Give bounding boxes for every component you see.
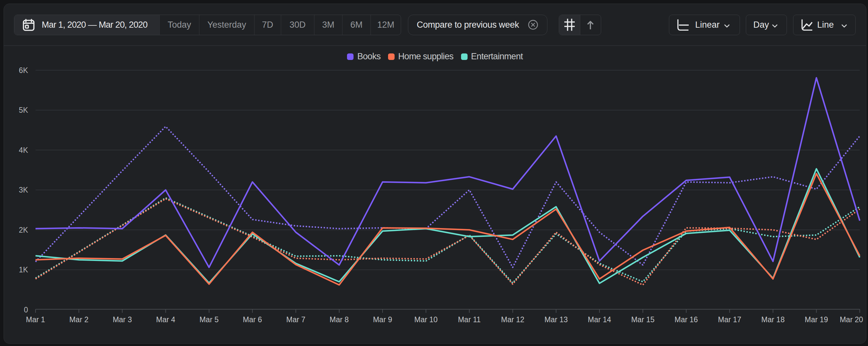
- svg-text:Mar 7: Mar 7: [286, 315, 306, 324]
- svg-text:5K: 5K: [19, 106, 28, 114]
- svg-text:Mar 9: Mar 9: [373, 315, 392, 324]
- svg-text:Mar 6: Mar 6: [243, 315, 262, 324]
- svg-text:Mar 18: Mar 18: [762, 315, 785, 324]
- svg-text:Mar 20: Mar 20: [840, 315, 863, 324]
- svg-text:3K: 3K: [19, 186, 28, 194]
- svg-text:Mar 2: Mar 2: [69, 315, 89, 324]
- svg-text:Mar 1: Mar 1: [26, 315, 45, 324]
- svg-text:Mar 4: Mar 4: [156, 315, 175, 324]
- svg-text:Mar 8: Mar 8: [330, 315, 349, 324]
- svg-text:Mar 14: Mar 14: [588, 315, 611, 324]
- svg-text:6K: 6K: [19, 66, 28, 74]
- svg-text:Mar 17: Mar 17: [718, 315, 742, 324]
- svg-text:Mar 10: Mar 10: [414, 315, 438, 324]
- svg-text:2K: 2K: [19, 226, 28, 234]
- svg-text:Mar 13: Mar 13: [545, 315, 568, 324]
- svg-text:Mar 11: Mar 11: [458, 315, 480, 324]
- svg-text:0: 0: [24, 306, 28, 314]
- svg-text:Mar 15: Mar 15: [631, 315, 655, 324]
- svg-text:Mar 16: Mar 16: [675, 315, 698, 324]
- svg-text:Mar 12: Mar 12: [501, 315, 525, 324]
- svg-text:Mar 3: Mar 3: [113, 315, 132, 324]
- svg-text:1K: 1K: [19, 265, 28, 274]
- svg-text:Mar 19: Mar 19: [805, 315, 828, 324]
- svg-text:4K: 4K: [19, 146, 28, 154]
- svg-text:Mar 5: Mar 5: [199, 315, 219, 324]
